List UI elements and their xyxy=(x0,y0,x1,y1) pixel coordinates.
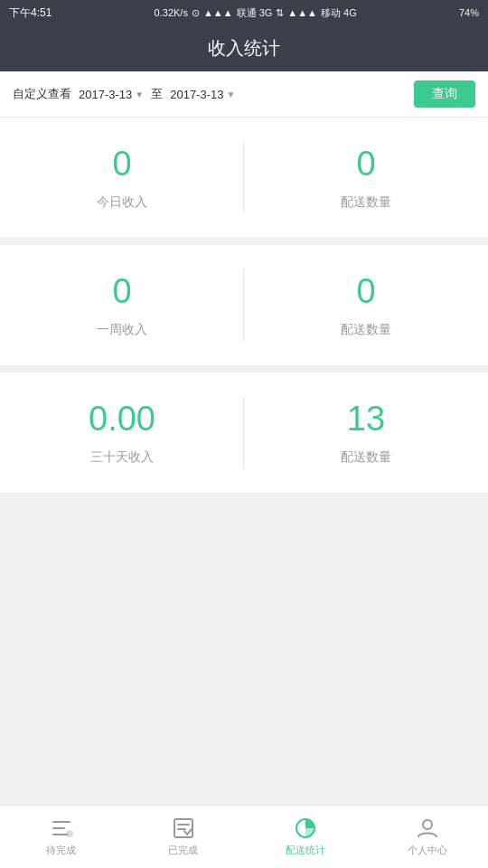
stats-row-month: 0.00 三十天收入 13 配送数量 xyxy=(0,373,488,493)
today-delivery-cell: 0 配送数量 xyxy=(244,118,488,238)
pending-icon: ○ xyxy=(50,816,73,840)
month-income-cell: 0.00 三十天收入 xyxy=(0,373,244,493)
query-button[interactable]: 查询 xyxy=(414,80,475,108)
nav-label-pending: 待完成 xyxy=(46,844,76,857)
today-income-cell: 0 今日收入 xyxy=(0,118,244,238)
page-title: 收入统计 xyxy=(208,38,280,58)
nav-label-profile: 个人中心 xyxy=(408,844,447,857)
month-delivery-label: 配送数量 xyxy=(341,449,391,466)
svg-rect-2 xyxy=(52,834,68,835)
svg-rect-0 xyxy=(52,821,70,823)
week-delivery-cell: 0 配送数量 xyxy=(244,245,488,365)
nav-item-pending[interactable]: ○ 待完成 xyxy=(0,811,122,863)
status-bar: 下午4:51 0.32K/s ⊙ ▲▲▲ 联通 3G ⇅ ▲▲▲ 移动 4G 7… xyxy=(0,0,488,25)
svg-point-9 xyxy=(423,820,432,829)
nav-label-completed: 已完成 xyxy=(168,844,198,857)
filter-separator: 至 xyxy=(151,86,163,102)
nav-item-delivery-stats[interactable]: 配送统计 xyxy=(244,811,366,863)
nav-label-delivery-stats: 配送统计 xyxy=(286,844,325,857)
stats-row-week: 0 一周收入 0 配送数量 xyxy=(0,245,488,365)
date-to-value: 2017-3-13 xyxy=(170,88,223,101)
status-network: 0.32K/s ⊙ ▲▲▲ 联通 3G ⇅ ▲▲▲ 移动 4G xyxy=(155,6,357,20)
today-delivery-value: 0 xyxy=(356,145,375,184)
nav-item-completed[interactable]: 已完成 xyxy=(122,811,244,863)
week-delivery-label: 配送数量 xyxy=(341,322,391,338)
profile-icon xyxy=(416,816,439,840)
filter-date-to[interactable]: 2017-3-13 ▼ xyxy=(170,88,235,101)
page-header: 收入统计 xyxy=(0,25,488,71)
week-delivery-value: 0 xyxy=(356,272,375,311)
month-delivery-cell: 13 配送数量 xyxy=(244,373,488,493)
bottom-nav: ○ 待完成 已完成 配送统计 个人中心 xyxy=(0,805,488,868)
today-income-label: 今日收入 xyxy=(97,194,147,211)
filter-bar: 自定义查看 2017-3-13 ▼ 至 2017-3-13 ▼ 查询 xyxy=(0,71,488,118)
week-income-cell: 0 一周收入 xyxy=(0,245,244,365)
status-time: 下午4:51 xyxy=(9,5,52,21)
chevron-down-icon-2: ▼ xyxy=(226,90,235,99)
svg-text:○: ○ xyxy=(67,832,70,837)
delivery-stats-icon xyxy=(294,816,317,840)
nav-item-profile[interactable]: 个人中心 xyxy=(366,811,488,863)
month-income-label: 三十天收入 xyxy=(90,449,154,466)
today-delivery-label: 配送数量 xyxy=(341,194,391,211)
date-from-value: 2017-3-13 xyxy=(79,88,132,101)
chevron-down-icon: ▼ xyxy=(135,90,144,99)
week-income-label: 一周收入 xyxy=(97,322,147,338)
svg-rect-1 xyxy=(52,827,65,829)
filter-date-from[interactable]: 2017-3-13 ▼ xyxy=(79,88,144,101)
month-delivery-value: 13 xyxy=(347,400,385,439)
month-income-value: 0.00 xyxy=(89,400,155,439)
svg-rect-7 xyxy=(177,828,186,830)
week-income-value: 0 xyxy=(112,272,131,311)
completed-icon xyxy=(172,816,195,840)
stats-container: 0 今日收入 0 配送数量 0 一周收入 0 配送数量 0.00 三十天收入 1… xyxy=(0,118,488,493)
svg-rect-6 xyxy=(177,824,190,826)
stats-row-today: 0 今日收入 0 配送数量 xyxy=(0,118,488,238)
filter-label: 自定义查看 xyxy=(13,86,71,102)
status-battery: 74% xyxy=(459,7,479,18)
today-income-value: 0 xyxy=(112,145,131,184)
